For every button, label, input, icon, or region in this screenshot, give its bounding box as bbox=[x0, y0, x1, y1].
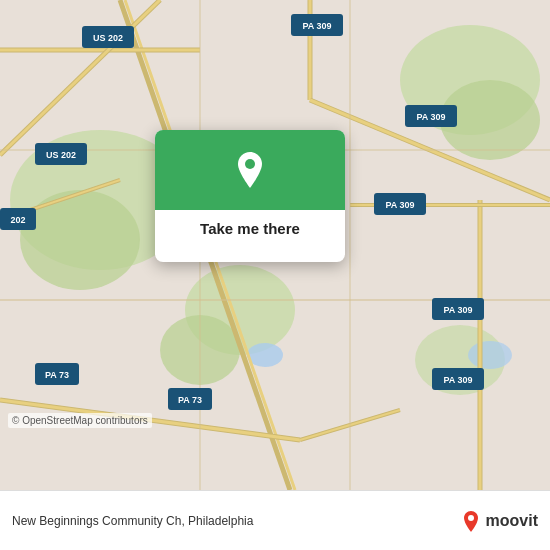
take-me-there-button[interactable]: Take me there bbox=[184, 210, 316, 249]
map-attribution: © OpenStreetMap contributors bbox=[8, 413, 152, 428]
svg-text:PA 309: PA 309 bbox=[385, 200, 414, 210]
popup-card: Take me there bbox=[155, 130, 345, 262]
popup-pointer bbox=[238, 248, 262, 262]
svg-point-2 bbox=[20, 190, 140, 290]
svg-text:PA 309: PA 309 bbox=[302, 21, 331, 31]
svg-text:US 202: US 202 bbox=[93, 33, 123, 43]
svg-point-54 bbox=[245, 159, 255, 169]
popup-green-area bbox=[155, 130, 345, 210]
svg-text:PA 73: PA 73 bbox=[45, 370, 69, 380]
location-label: New Beginnings Community Ch, Philadelphi… bbox=[12, 514, 452, 528]
moovit-pin-icon bbox=[460, 510, 482, 532]
moovit-logo: moovit bbox=[460, 510, 538, 532]
svg-text:US 202: US 202 bbox=[46, 150, 76, 160]
svg-text:PA 309: PA 309 bbox=[443, 305, 472, 315]
svg-text:202: 202 bbox=[10, 215, 25, 225]
svg-text:PA 309: PA 309 bbox=[443, 375, 472, 385]
svg-point-9 bbox=[468, 341, 512, 369]
svg-text:PA 309: PA 309 bbox=[416, 112, 445, 122]
bottom-bar: New Beginnings Community Ch, Philadelphi… bbox=[0, 490, 550, 550]
moovit-text: moovit bbox=[486, 512, 538, 530]
svg-point-55 bbox=[468, 515, 474, 521]
svg-text:PA 73: PA 73 bbox=[178, 395, 202, 405]
location-pin-icon bbox=[227, 148, 273, 194]
map: US 202 US 202 202 PA 309 PA 309 PA 309 P… bbox=[0, 0, 550, 490]
